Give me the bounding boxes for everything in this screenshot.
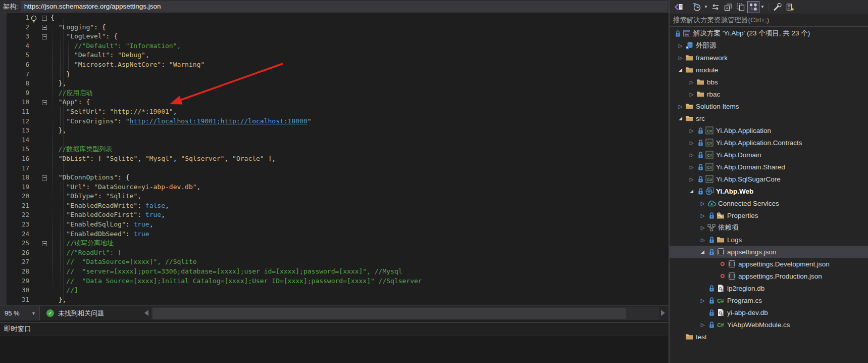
json-icon: { } bbox=[727, 260, 736, 268]
dot-icon bbox=[718, 260, 727, 268]
search-input[interactable] bbox=[670, 14, 868, 26]
quick-actions-lightbulb-icon[interactable] bbox=[29, 15, 38, 24]
tree-item[interactable]: ▷Properties bbox=[670, 209, 868, 221]
hscroll-left-arrow[interactable] bbox=[144, 310, 148, 316]
code-line: //应用启动 bbox=[0, 88, 669, 98]
code-token: : bbox=[126, 230, 134, 238]
propfolder-icon bbox=[716, 211, 725, 219]
tree-item-label: test bbox=[696, 333, 707, 341]
code-line bbox=[0, 135, 669, 145]
tree-item[interactable]: ▷Solution Items bbox=[670, 100, 868, 112]
tree-item[interactable]: ▷Connected Services bbox=[670, 197, 868, 209]
preview-selected-items-icon bbox=[786, 3, 795, 12]
file-nesting-button[interactable] bbox=[747, 1, 759, 13]
tree-item[interactable]: ▷rbac bbox=[670, 88, 868, 100]
collapse-all-button[interactable] bbox=[722, 1, 734, 13]
tree-item[interactable]: ▷C#Yi.Abp.Domain.Shared bbox=[670, 161, 868, 173]
collapse-arrow-icon[interactable]: ◢ bbox=[676, 116, 685, 121]
collapse-arrow-icon[interactable]: ◢ bbox=[676, 67, 685, 72]
schema-url-combo[interactable]: https://json.schemastore.org/appsettings… bbox=[21, 1, 668, 12]
document-health-indicator[interactable]: ✓ 未找到相关问题 bbox=[46, 306, 104, 321]
expand-arrow-icon[interactable]: ▷ bbox=[698, 201, 707, 206]
preview-selected-items-button[interactable] bbox=[784, 1, 796, 13]
tree-item-label: Yi.Abp.Domain.Shared bbox=[716, 163, 785, 171]
tree-item[interactable]: ▷C#YiAbpWebModule.cs bbox=[670, 319, 868, 331]
hscroll-thumb[interactable] bbox=[152, 308, 626, 319]
pending-changes-filter-icon bbox=[692, 3, 701, 12]
tree-item[interactable]: ▷bbs bbox=[670, 76, 868, 88]
code-token bbox=[50, 277, 66, 285]
code-line: "Url": "DataSource=yi-abp-dev.db", bbox=[0, 183, 669, 192]
file-nesting-dropdown[interactable]: ▼ bbox=[760, 1, 765, 13]
expand-arrow-icon[interactable]: ▷ bbox=[687, 92, 696, 97]
immediate-window-titlebar[interactable]: 即时窗口 bbox=[0, 323, 669, 336]
expand-arrow-icon[interactable]: ▷ bbox=[698, 237, 707, 243]
expand-arrow-icon[interactable]: ▷ bbox=[698, 322, 707, 328]
switch-views-button[interactable] bbox=[673, 1, 685, 13]
collapse-arrow-icon[interactable]: ◢ bbox=[698, 249, 707, 254]
immediate-window-title: 即时窗口 bbox=[0, 325, 31, 334]
expand-arrow-icon[interactable]: ▷ bbox=[687, 176, 696, 182]
tree-item-label: ip2region.db bbox=[727, 285, 764, 292]
expand-arrow-icon[interactable]: ▷ bbox=[687, 140, 696, 146]
expand-arrow-icon[interactable]: ▷ bbox=[687, 79, 696, 85]
tree-item-label: bbs bbox=[707, 78, 718, 86]
show-all-files-icon bbox=[736, 3, 745, 12]
hscroll-right-arrow[interactable] bbox=[661, 310, 665, 316]
expand-arrow-icon[interactable]: ▷ bbox=[698, 225, 707, 231]
sync-with-active-document-button[interactable] bbox=[709, 1, 722, 13]
webproj-icon bbox=[705, 187, 714, 195]
tree-item[interactable]: ▷framework bbox=[670, 52, 868, 64]
tree-item[interactable]: ▷依赖项 bbox=[670, 221, 868, 234]
sync-arrows-icon bbox=[711, 3, 720, 12]
tree-item[interactable]: ◢src bbox=[670, 112, 868, 124]
tree-item[interactable]: ▷Logs bbox=[670, 234, 868, 246]
expand-arrow-icon[interactable]: ▷ bbox=[676, 104, 685, 109]
code-line: { bbox=[0, 13, 669, 23]
tree-item[interactable]: ◢{ }appsettings.json bbox=[670, 246, 868, 258]
tree-item[interactable]: yi-abp-dev.db bbox=[670, 306, 868, 319]
zoom-level-combo[interactable]: 95 % ▼ bbox=[0, 306, 40, 321]
pending-changes-filter-dropdown[interactable]: ▼ bbox=[703, 1, 708, 13]
folder-icon bbox=[685, 333, 694, 341]
tree-item[interactable]: ▷C#Yi.Abp.SqlSugarCore bbox=[670, 173, 868, 185]
code-token: http://localhost:19001;http://localhost:… bbox=[130, 117, 308, 125]
properties-button[interactable] bbox=[772, 1, 784, 13]
pending-changes-filter-button[interactable] bbox=[691, 1, 703, 13]
tree-item[interactable]: ▷C#Yi.Abp.Application bbox=[670, 124, 868, 137]
tree-item[interactable]: ▷外部源 bbox=[670, 39, 868, 52]
expand-arrow-icon[interactable]: ▷ bbox=[698, 213, 707, 218]
tree-item[interactable]: { }appsettings.Development.json bbox=[670, 258, 868, 270]
code-token: : bbox=[110, 51, 118, 59]
code-editor[interactable]: 1234567891011121314151617181920212223242… bbox=[0, 13, 669, 305]
expand-arrow-icon[interactable]: ▷ bbox=[676, 43, 685, 49]
tree-item[interactable]: { }appsettings.Production.json bbox=[670, 270, 868, 282]
show-all-files-button[interactable] bbox=[735, 1, 747, 13]
code-token: , bbox=[161, 211, 165, 218]
tree-item[interactable]: 解决方案 'Yi.Abp' (23 个项目, 共 23 个) bbox=[670, 27, 868, 39]
expand-arrow-icon[interactable]: ▷ bbox=[687, 152, 696, 158]
expand-arrow-icon[interactable]: ▷ bbox=[676, 55, 685, 61]
tree-item[interactable]: test bbox=[670, 331, 868, 343]
code-token bbox=[50, 51, 74, 59]
solution-explorer-toolbar: ▼ bbox=[670, 0, 868, 14]
collapse-arrow-icon[interactable]: ◢ bbox=[687, 189, 696, 194]
folder-icon bbox=[685, 102, 694, 110]
code-token: , bbox=[197, 183, 201, 191]
horizontal-scrollbar[interactable] bbox=[151, 307, 659, 320]
tree-item[interactable]: ▷C#Yi.Abp.Application.Contracts bbox=[670, 137, 868, 149]
tree-item[interactable]: ▷C#Yi.Abp.Domain bbox=[670, 149, 868, 161]
expand-arrow-icon[interactable]: ▷ bbox=[687, 164, 696, 170]
tree-item[interactable]: ip2region.db bbox=[670, 282, 868, 294]
expand-arrow-icon[interactable]: ▷ bbox=[698, 298, 707, 303]
schema-bar: 架构: https://json.schemastore.org/appsett… bbox=[0, 0, 669, 13]
tree-item[interactable]: ◢Yi.Abp.Web bbox=[670, 185, 868, 197]
code-token: true bbox=[133, 220, 149, 228]
svg-text:C#: C# bbox=[717, 322, 724, 328]
expand-arrow-icon[interactable]: ▷ bbox=[687, 128, 696, 133]
tree-item-label: Properties bbox=[727, 212, 758, 219]
tree-item[interactable]: ▷C#Program.cs bbox=[670, 294, 868, 306]
tree-item[interactable]: ◢module bbox=[670, 64, 868, 76]
cloud-icon bbox=[707, 199, 716, 207]
code-token: : { bbox=[78, 98, 90, 106]
